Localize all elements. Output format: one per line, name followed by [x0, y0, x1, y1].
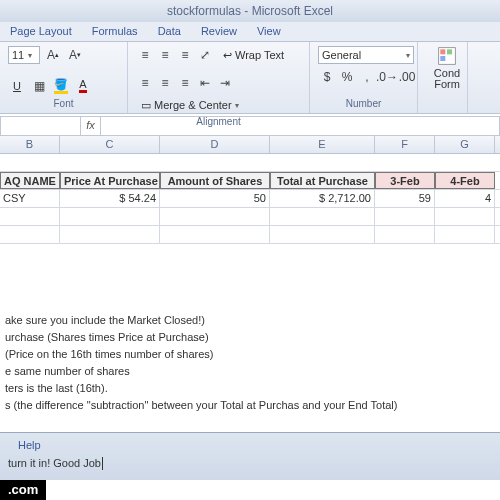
table-header[interactable]: 3-Feb: [375, 172, 435, 189]
table-cell[interactable]: [0, 226, 60, 243]
formula-bar: fx: [0, 116, 500, 136]
column-headers: BCDEFG: [0, 136, 500, 154]
group-number-label: Number: [318, 98, 409, 109]
table-cell[interactable]: $ 54.24: [60, 190, 160, 207]
tab-page-layout[interactable]: Page Layout: [0, 22, 82, 41]
percent-icon[interactable]: %: [338, 68, 356, 86]
instruction-line: ters is the last (16th).: [5, 382, 500, 399]
tab-formulas[interactable]: Formulas: [82, 22, 148, 41]
table-header[interactable]: Total at Purchase: [270, 172, 375, 189]
number-format-value: General: [322, 49, 361, 61]
orientation-icon[interactable]: ⤢: [196, 46, 214, 64]
table-cell[interactable]: [0, 208, 60, 225]
chevron-down-icon: ▾: [235, 101, 239, 110]
table-cell[interactable]: [160, 226, 270, 243]
help-text[interactable]: turn it in! Good Job: [8, 457, 500, 471]
col-header-C[interactable]: C: [60, 136, 160, 153]
indent-inc-icon[interactable]: ⇥: [216, 74, 234, 92]
fx-icon[interactable]: fx: [81, 117, 101, 135]
col-header-F[interactable]: F: [375, 136, 435, 153]
align-center-icon[interactable]: ≡: [156, 74, 174, 92]
merge-label: Merge & Center: [154, 99, 232, 111]
inc-decimal-icon[interactable]: .0→: [378, 68, 396, 86]
ribbon-tabs: Page Layout Formulas Data Review View: [0, 22, 500, 42]
align-left-icon[interactable]: ≡: [136, 74, 154, 92]
table-header[interactable]: Price At Purchase: [60, 172, 160, 189]
grid-rows: AQ NAMEPrice At PurchaseAmount of Shares…: [0, 154, 500, 244]
col-header-D[interactable]: D: [160, 136, 270, 153]
table-cell[interactable]: $ 2,712.00: [270, 190, 375, 207]
wrap-text-button[interactable]: ↩Wrap Text: [218, 46, 289, 64]
table-header[interactable]: AQ NAME: [0, 172, 60, 189]
merge-center-button[interactable]: ▭Merge & Center▾: [136, 96, 244, 114]
instruction-line: (Price on the 16th times number of share…: [5, 348, 500, 365]
cond-format-icon: [437, 46, 457, 66]
table-cell[interactable]: 50: [160, 190, 270, 207]
table-cell[interactable]: [270, 226, 375, 243]
help-text-value: turn it in! Good Job: [8, 457, 101, 469]
cond-format-label: Cond Form: [434, 68, 460, 90]
wrap-text-label: Wrap Text: [235, 49, 284, 61]
chevron-down-icon: ▾: [28, 51, 32, 60]
currency-icon[interactable]: $: [318, 68, 336, 86]
svg-rect-1: [440, 49, 445, 54]
formula-input[interactable]: [101, 117, 499, 135]
group-font-label: Font: [8, 98, 119, 109]
chevron-down-icon: ▾: [406, 51, 410, 60]
table-cell[interactable]: 4: [435, 190, 495, 207]
align-middle-icon[interactable]: ≡: [156, 46, 174, 64]
conditional-formatting-button[interactable]: Cond Form: [426, 46, 468, 90]
dec-decimal-icon[interactable]: .00: [398, 68, 416, 86]
font-size-select[interactable]: 11▾: [8, 46, 40, 64]
table-cell[interactable]: [160, 208, 270, 225]
footer-watermark: .com: [0, 480, 46, 500]
grow-font-icon[interactable]: A▴: [44, 46, 62, 64]
table-cell[interactable]: CSY: [0, 190, 60, 207]
instruction-line: ake sure you include the Market Closed!): [5, 314, 500, 331]
merge-icon: ▭: [141, 99, 151, 112]
underline-icon[interactable]: U: [8, 77, 26, 95]
window-title: stockformulas - Microsoft Excel: [0, 0, 500, 22]
table-cell[interactable]: [60, 226, 160, 243]
col-header-B[interactable]: B: [0, 136, 60, 153]
table-cell[interactable]: [375, 226, 435, 243]
table-cell[interactable]: 59: [375, 190, 435, 207]
table-cell[interactable]: [435, 208, 495, 225]
col-header-E[interactable]: E: [270, 136, 375, 153]
instruction-line: s (the difference "subtraction" between …: [5, 399, 500, 416]
table-header[interactable]: 4-Feb: [435, 172, 495, 189]
table-cell[interactable]: [60, 208, 160, 225]
text-cursor: [102, 457, 103, 470]
align-top-icon[interactable]: ≡: [136, 46, 154, 64]
number-format-select[interactable]: General▾: [318, 46, 414, 64]
svg-rect-3: [440, 56, 445, 61]
fill-color-icon[interactable]: 🪣: [52, 77, 70, 95]
tab-view[interactable]: View: [247, 22, 291, 41]
indent-dec-icon[interactable]: ⇤: [196, 74, 214, 92]
name-box[interactable]: [1, 117, 81, 135]
spreadsheet-grid: BCDEFG AQ NAMEPrice At PurchaseAmount of…: [0, 136, 500, 416]
align-bottom-icon[interactable]: ≡: [176, 46, 194, 64]
help-panel: Help turn it in! Good Job: [0, 432, 500, 480]
align-right-icon[interactable]: ≡: [176, 74, 194, 92]
table-cell[interactable]: [435, 226, 495, 243]
instruction-line: urchase (Shares times Price at Purchase): [5, 331, 500, 348]
help-tab[interactable]: Help: [8, 437, 500, 453]
border-icon[interactable]: ▦: [30, 77, 48, 95]
comma-icon[interactable]: ,: [358, 68, 376, 86]
table-header[interactable]: Amount of Shares: [160, 172, 270, 189]
font-size-value: 11: [12, 49, 24, 61]
wrap-icon: ↩: [223, 49, 232, 62]
tab-data[interactable]: Data: [148, 22, 191, 41]
shrink-font-icon[interactable]: A▾: [66, 46, 84, 64]
font-color-icon[interactable]: A: [74, 77, 92, 95]
svg-rect-2: [447, 49, 452, 54]
instruction-line: e same number of shares: [5, 365, 500, 382]
col-header-G[interactable]: G: [435, 136, 495, 153]
tab-review[interactable]: Review: [191, 22, 247, 41]
instructions: ake sure you include the Market Closed!)…: [0, 314, 500, 416]
ribbon: 11▾ A▴ A▾ U ▦ 🪣 A Font ≡ ≡ ≡ ⤢ ↩Wrap Tex…: [0, 42, 500, 114]
table-cell[interactable]: [270, 208, 375, 225]
table-cell[interactable]: [375, 208, 435, 225]
